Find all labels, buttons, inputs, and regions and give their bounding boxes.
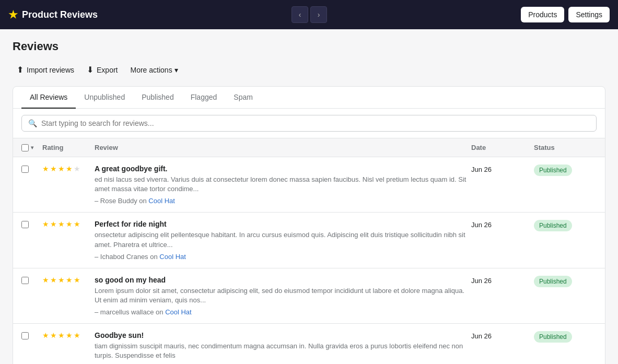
- search-input[interactable]: [41, 119, 590, 127]
- rating-stars: ★ ★ ★ ★ ★: [42, 165, 95, 173]
- import-reviews-button[interactable]: ⬆ Import reviews: [13, 62, 78, 78]
- tab-spam[interactable]: Spam: [225, 87, 261, 109]
- import-icon: ⬆: [17, 65, 24, 75]
- import-label: Import reviews: [27, 66, 74, 74]
- review-body: onsectetur adipiscing elit pellentesque …: [95, 230, 471, 249]
- row-checkbox[interactable]: [21, 221, 29, 228]
- star-5: ★: [74, 331, 80, 339]
- review-body: Lorem ipsum dolor sit amet, consectetur …: [95, 286, 471, 305]
- status-badge: Published: [534, 165, 572, 176]
- row-checkbox-col: [21, 331, 42, 341]
- review-content: A great goodbye gift. ed nisi lacus sed …: [95, 165, 471, 205]
- app-title-text: Product Reviews: [22, 9, 98, 20]
- review-title: A great goodbye gift.: [95, 165, 471, 173]
- star-5: ★: [74, 220, 80, 228]
- star-2: ★: [50, 276, 57, 284]
- more-actions-chevron-icon: ▾: [174, 66, 178, 74]
- star-5: ★: [74, 276, 80, 284]
- star-3: ★: [58, 220, 65, 228]
- nav-next-button[interactable]: ›: [310, 6, 327, 23]
- reviews-card: All Reviews Unpublished Published Flagge…: [13, 86, 605, 364]
- search-input-wrap: 🔍: [21, 115, 597, 132]
- rating-stars: ★ ★ ★ ★ ★: [42, 331, 95, 339]
- header-chevron-icon[interactable]: ▾: [31, 145, 33, 150]
- review-title: so good on my head: [95, 276, 471, 284]
- review-date: Jun 26: [471, 276, 534, 285]
- review-content: Perfect for ride night onsectetur adipis…: [95, 220, 471, 260]
- star-4: ★: [66, 220, 73, 228]
- table-row: ★ ★ ★ ★ ★ Goodbye sun! tiam dignissim su…: [13, 324, 605, 364]
- top-bar-actions: Products Settings: [521, 7, 610, 22]
- export-button[interactable]: ⬇ Export: [83, 62, 122, 78]
- star-3: ★: [58, 331, 65, 339]
- star-1: ★: [42, 331, 49, 339]
- review-body: tiam dignissim suscipit mauris, nec cond…: [95, 342, 471, 360]
- tab-flagged[interactable]: Flagged: [182, 87, 226, 109]
- header-rating: Rating: [42, 144, 95, 151]
- top-bar: ★ Product Reviews ‹ › Products Settings: [0, 0, 618, 29]
- star-4: ★: [66, 165, 73, 173]
- export-icon: ⬇: [87, 65, 94, 75]
- product-link[interactable]: Cool Hat: [165, 308, 192, 316]
- star-1: ★: [42, 276, 49, 284]
- star-1: ★: [42, 165, 49, 173]
- export-label: Export: [97, 66, 118, 74]
- status-badge: Published: [534, 331, 572, 343]
- tabs-bar: All Reviews Unpublished Published Flagge…: [13, 87, 605, 109]
- status-badge: Published: [534, 220, 572, 231]
- nav-prev-button[interactable]: ‹: [291, 6, 308, 23]
- review-title: Goodbye sun!: [95, 331, 471, 339]
- rating-stars: ★ ★ ★ ★ ★: [42, 276, 95, 284]
- row-checkbox-col: [21, 165, 42, 174]
- review-date: Jun 26: [471, 220, 534, 229]
- row-checkbox[interactable]: [21, 166, 29, 173]
- products-button[interactable]: Products: [521, 7, 564, 22]
- review-author: – marcellus wallace on Cool Hat: [95, 308, 471, 316]
- row-checkbox[interactable]: [21, 277, 29, 284]
- rating-stars: ★ ★ ★ ★ ★: [42, 220, 95, 228]
- star-4: ★: [66, 276, 73, 284]
- row-checkbox[interactable]: [21, 332, 29, 339]
- header-date: Date: [471, 144, 534, 151]
- row-checkbox-col: [21, 276, 42, 286]
- review-body: ed nisi lacus sed viverra. Varius duis a…: [95, 175, 471, 194]
- review-status: Published: [534, 331, 597, 343]
- product-link[interactable]: Cool Hat: [148, 197, 175, 205]
- star-icon: ★: [8, 8, 18, 21]
- select-all-checkbox[interactable]: [21, 144, 29, 151]
- review-status: Published: [534, 276, 597, 287]
- tab-unpublished[interactable]: Unpublished: [76, 87, 133, 109]
- tab-published[interactable]: Published: [133, 87, 182, 109]
- star-1: ★: [42, 220, 49, 228]
- star-3: ★: [58, 276, 65, 284]
- review-content: so good on my head Lorem ipsum dolor sit…: [95, 276, 471, 316]
- toolbar: ⬆ Import reviews ⬇ Export More actions ▾: [13, 62, 605, 78]
- star-2: ★: [50, 220, 57, 228]
- star-2: ★: [50, 331, 57, 339]
- header-checkbox-col: ▾: [21, 144, 42, 151]
- page-content: Reviews ⬆ Import reviews ⬇ Export More a…: [0, 29, 618, 364]
- header-review: Review: [95, 144, 471, 151]
- review-title: Perfect for ride night: [95, 220, 471, 228]
- star-4: ★: [66, 331, 73, 339]
- table-row: ★ ★ ★ ★ ★ A great goodbye gift. ed nisi …: [13, 157, 605, 213]
- search-icon: 🔍: [28, 119, 37, 127]
- review-status: Published: [534, 220, 597, 231]
- top-bar-nav: ‹ ›: [291, 6, 327, 23]
- review-author: – Ichabod Cranes on Cool Hat: [95, 253, 471, 261]
- app-title: ★ Product Reviews: [8, 8, 98, 21]
- status-badge: Published: [534, 276, 572, 287]
- more-actions-button[interactable]: More actions ▾: [126, 63, 182, 77]
- product-link[interactable]: Cool Hat: [159, 253, 186, 261]
- review-status: Published: [534, 165, 597, 176]
- star-3: ★: [58, 165, 65, 173]
- header-status: Status: [534, 144, 597, 151]
- top-bar-left: ★ Product Reviews: [8, 8, 98, 21]
- tab-all-reviews[interactable]: All Reviews: [21, 87, 76, 109]
- page-title: Reviews: [13, 40, 605, 53]
- search-bar: 🔍: [13, 109, 605, 138]
- review-date: Jun 26: [471, 331, 534, 340]
- settings-button[interactable]: Settings: [568, 7, 610, 22]
- review-author: – Rose Buddy on Cool Hat: [95, 197, 471, 205]
- star-2: ★: [50, 165, 57, 173]
